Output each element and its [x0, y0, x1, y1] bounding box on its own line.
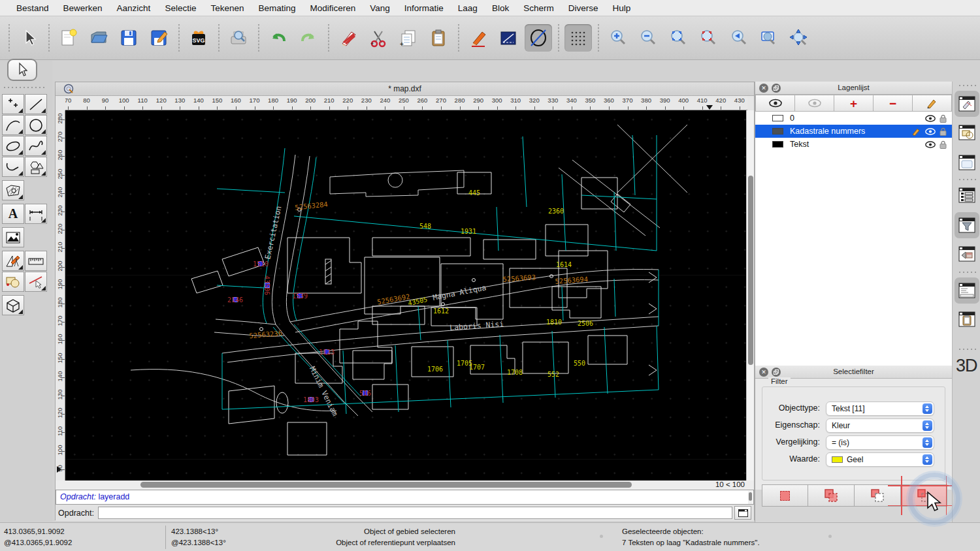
canvas-horizontal-scrollbar[interactable] [56, 480, 754, 490]
zoom-window-button[interactable] [755, 24, 782, 52]
grid-toggle-button[interactable] [564, 24, 592, 52]
strip-drag-handle[interactable] [958, 84, 976, 87]
view-toggle[interactable] [956, 244, 977, 264]
save-as-button[interactable] [145, 24, 172, 52]
menu-item-diverse[interactable]: Diverse [561, 0, 606, 16]
menu-item-modificeren[interactable]: Modificeren [303, 0, 363, 16]
hatch-tool-button[interactable] [2, 180, 24, 200]
measure-tool-button[interactable] [25, 251, 47, 271]
menu-item-laag[interactable]: Laag [451, 0, 485, 16]
arc-tool-button[interactable] [2, 115, 24, 135]
selection-tool-button[interactable] [7, 59, 37, 81]
menu-item-hulp[interactable]: Hulp [605, 0, 638, 16]
library-browser-toggle[interactable] [956, 152, 977, 173]
menu-item-bestand[interactable]: Bestand [9, 0, 56, 16]
ellipse-tool-button[interactable] [2, 136, 24, 156]
command-line-toggle[interactable] [955, 277, 979, 304]
history-scrollbar[interactable] [748, 491, 753, 504]
shape-tool-button[interactable] [25, 157, 47, 177]
menu-item-aanzicht[interactable]: Aanzicht [110, 0, 158, 16]
modify-tool-button[interactable] [2, 251, 24, 271]
remove-from-selection-button[interactable] [855, 484, 901, 507]
circle-tool-button[interactable] [25, 115, 47, 135]
layer-visibility-icon[interactable] [925, 141, 936, 148]
copy-button[interactable]: + [395, 24, 422, 52]
scrollbar-thumb[interactable] [749, 492, 752, 501]
clipboard-panel-toggle[interactable] [956, 309, 977, 330]
layer-visibility-icon[interactable] [925, 115, 936, 122]
canvas-vertical-scrollbar[interactable] [746, 110, 754, 480]
layer-visibility-icon[interactable] [925, 128, 936, 135]
scrollbar-thumb[interactable] [140, 482, 632, 488]
text-tool-button[interactable]: A [2, 204, 24, 224]
eraser-button[interactable] [335, 24, 362, 52]
isometric-circle-button[interactable] [525, 24, 552, 52]
undo-button[interactable] [265, 24, 292, 52]
command-window-toggle-button[interactable] [734, 506, 751, 520]
zoom-previous-button[interactable] [725, 24, 752, 52]
select-all-matching-button[interactable] [762, 484, 808, 507]
add-to-selection-button[interactable] [808, 484, 855, 507]
zoom-auto-button[interactable] [664, 24, 692, 52]
drawing-window-titlebar[interactable]: * map.dxf [56, 82, 754, 96]
menu-item-bemating[interactable]: Bemating [251, 0, 302, 16]
pan-button[interactable] [785, 24, 812, 52]
open-file-button[interactable] [85, 24, 112, 52]
menu-item-informatie[interactable]: Informatie [397, 0, 451, 16]
layer-row[interactable]: Kadastrale nummers [755, 125, 952, 138]
3d-panel-toggle[interactable]: 3D [956, 356, 977, 376]
point-tool-button[interactable] [2, 94, 24, 114]
scrollbar-thumb[interactable] [748, 176, 753, 365]
save-button[interactable] [115, 24, 142, 52]
filter-field-label: Eigenschap: [775, 420, 820, 430]
dimension-tool-button[interactable] [25, 204, 47, 224]
layer-lock-icon[interactable] [939, 114, 947, 123]
pointer-tool-button[interactable] [15, 24, 42, 52]
menu-item-tekenen[interactable]: Tekenen [203, 0, 251, 16]
menu-item-bewerken[interactable]: Bewerken [56, 0, 110, 16]
layer-edit-icon[interactable] [912, 127, 921, 136]
zoom-selection-button[interactable] [694, 24, 722, 52]
menu-item-scherm[interactable]: Scherm [516, 0, 561, 16]
new-file-button[interactable] [55, 24, 82, 52]
edit-layer-button[interactable] [913, 95, 952, 112]
layer-row[interactable]: 0 [755, 112, 952, 125]
solid-3d-tool-button[interactable] [2, 295, 24, 315]
remove-layer-button[interactable]: − [874, 95, 913, 112]
line-tool-button[interactable] [495, 24, 522, 52]
layer-lock-icon[interactable] [939, 127, 947, 136]
selection-filter-toggle[interactable] [955, 212, 979, 238]
filter-dropdown[interactable]: = (is) [826, 435, 934, 450]
polyline-tool-button[interactable] [2, 157, 24, 177]
paste-button[interactable] [425, 24, 452, 52]
filter-dropdown[interactable]: Kleur [826, 418, 934, 433]
redo-button[interactable] [295, 24, 322, 52]
layer-row[interactable]: Tekst [755, 138, 952, 151]
block-list-toggle[interactable] [956, 122, 977, 143]
add-layer-button[interactable]: + [834, 95, 874, 112]
draw-pencil-button[interactable] [465, 24, 492, 52]
layer-lock-icon[interactable] [939, 140, 947, 149]
hide-all-layers-button[interactable] [795, 95, 834, 112]
break-tool-button[interactable] [25, 272, 47, 292]
cut-button[interactable]: + [365, 24, 392, 52]
line-tool-palette-button[interactable] [25, 94, 47, 114]
filter-dropdown[interactable]: Tekst [11] [826, 401, 934, 416]
drawing-canvas[interactable]: 4452360548193116144350516121810250617051… [65, 110, 747, 480]
menu-item-selectie[interactable]: Selectie [157, 0, 203, 16]
zoom-in-button[interactable] [604, 24, 632, 52]
menu-item-vang[interactable]: Vang [363, 0, 397, 16]
command-input[interactable] [98, 507, 732, 519]
image-tool-button[interactable] [2, 227, 24, 247]
print-preview-button[interactable] [225, 24, 252, 52]
zoom-out-button[interactable] [634, 24, 662, 52]
svg-export-button[interactable]: SVG [185, 24, 212, 52]
info-tool-button[interactable] [2, 272, 24, 292]
show-all-layers-button[interactable] [755, 95, 795, 112]
filter-dropdown[interactable]: Geel [826, 452, 934, 467]
spline-tool-button[interactable] [25, 136, 47, 156]
property-editor-toggle[interactable] [955, 91, 979, 117]
list-view-toggle[interactable] [956, 185, 977, 206]
menu-item-blok[interactable]: Blok [485, 0, 516, 16]
palette-drag-handle[interactable] [3, 86, 46, 90]
